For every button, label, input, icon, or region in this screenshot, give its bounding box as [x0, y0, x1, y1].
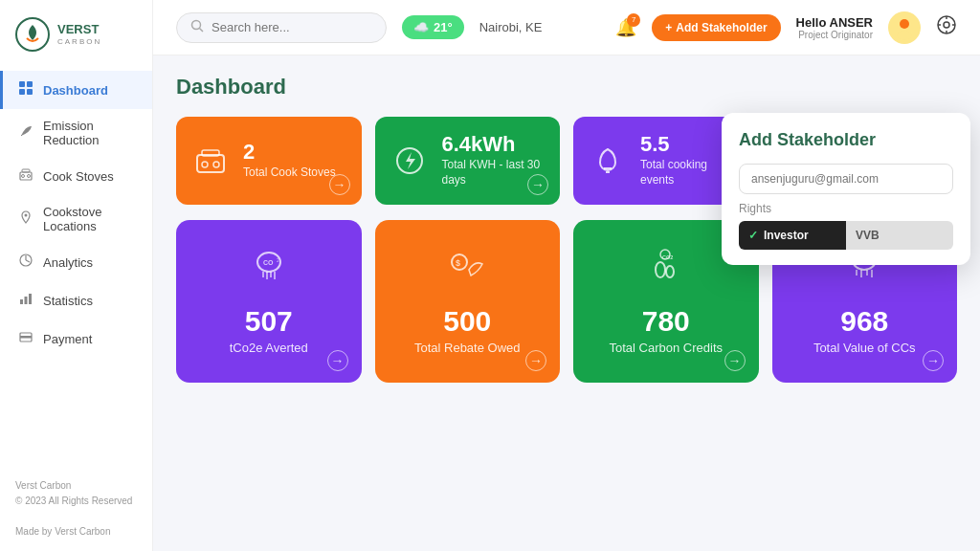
- svg-line-17: [200, 28, 204, 32]
- rebate-label: Total Rebate Owed: [414, 341, 521, 355]
- sidebar-label-payment: Payment: [43, 332, 92, 346]
- payment-icon: [18, 329, 33, 348]
- cook-stoves-value: 2: [243, 142, 346, 163]
- svg-text:CO: CO: [263, 259, 274, 266]
- svg-rect-2: [27, 81, 33, 87]
- cook-stoves-arrow[interactable]: →: [329, 174, 350, 195]
- app-sub: CARBON: [57, 37, 101, 46]
- add-stakeholder-modal: Add Stakeholder Rights ✓ Investor VVB: [722, 113, 970, 265]
- svg-rect-13: [29, 294, 32, 304]
- stove-card-icon: [191, 143, 230, 178]
- tco2e-label: tCo2e Averted: [230, 341, 308, 355]
- svg-point-6: [22, 175, 25, 178]
- made-by: Made by Verst Carbon: [15, 524, 137, 540]
- analytics-icon: [18, 253, 33, 272]
- svg-rect-4: [27, 89, 33, 95]
- search-icon: [190, 19, 204, 36]
- svg-point-21: [944, 22, 949, 28]
- copyright: © 2023 All Rights Reserved: [15, 494, 137, 509]
- vvb-label: VVB: [856, 229, 880, 242]
- header: ☁️ 21° Nairobi, KE 🔔 7 + Add Stakeholder…: [153, 0, 980, 55]
- leaf-icon: [18, 123, 33, 143]
- page-title: Dashboard: [176, 75, 957, 99]
- sidebar-item-cook-stoves[interactable]: Cook Stoves: [0, 157, 152, 195]
- tco2e-value: 507: [245, 307, 293, 336]
- kwh-value: 6.4kWh: [442, 134, 546, 155]
- sidebar-footer: Verst Carbon © 2023 All Rights Reserved …: [0, 467, 152, 551]
- big-card-tco2e: CO 2 507 tCo2e Averted →: [176, 220, 362, 383]
- svg-point-44: [666, 266, 674, 277]
- modal-title: Add Stakeholder: [739, 130, 953, 150]
- svg-point-18: [900, 19, 909, 29]
- rights-vvb[interactable]: VVB: [846, 221, 953, 250]
- sidebar-item-dashboard[interactable]: Dashboard: [0, 71, 152, 109]
- svg-point-16: [192, 20, 201, 29]
- search-input[interactable]: [212, 20, 365, 34]
- sidebar-item-emission-reduction[interactable]: Emission Reduction: [0, 109, 152, 157]
- add-stakeholder-button[interactable]: + Add Stakeholder: [652, 14, 780, 41]
- rights-label: Rights: [739, 202, 953, 215]
- svg-rect-1: [19, 81, 25, 87]
- sidebar-item-statistics[interactable]: Statistics: [0, 281, 152, 320]
- logo-icon: [15, 17, 50, 52]
- notification-badge: 7: [627, 13, 640, 27]
- sidebar-label-analytics: Analytics: [43, 255, 93, 270]
- svg-rect-15: [20, 336, 32, 339]
- sidebar-label-statistics: Statistics: [43, 294, 93, 308]
- plus-icon: +: [665, 21, 672, 34]
- page-content: Dashboard 2 Total Cook Stoves →: [153, 55, 980, 551]
- value-ccs-label: Total Value of CCs: [813, 341, 916, 355]
- sidebar-nav: Dashboard Emission Reduction Cook Stoves…: [0, 61, 152, 467]
- sidebar-item-payment[interactable]: Payment: [0, 320, 152, 358]
- kwh-arrow[interactable]: →: [527, 174, 548, 195]
- weather-badge: ☁️ 21°: [402, 15, 464, 39]
- svg-text:$: $: [456, 258, 460, 268]
- stakeholder-email-input[interactable]: [739, 164, 953, 194]
- svg-rect-8: [22, 169, 30, 172]
- sidebar-item-locations[interactable]: Cookstove Locations: [0, 195, 152, 243]
- notification-button[interactable]: 🔔 7: [615, 17, 636, 38]
- footprint-icon: CO2: [643, 243, 689, 298]
- svg-point-9: [25, 214, 28, 217]
- tco2e-arrow[interactable]: →: [327, 350, 348, 371]
- svg-point-28: [202, 162, 208, 167]
- carbon-label: Total Carbon Credits: [610, 341, 724, 355]
- sidebar: VERST CARBON Dashboard Emission Reductio…: [0, 0, 153, 551]
- rights-investor[interactable]: ✓ Investor: [739, 221, 846, 250]
- rebate-value: 500: [443, 307, 491, 336]
- location-icon: [18, 209, 33, 229]
- location-label: Nairobi, KE: [479, 20, 543, 34]
- svg-point-19: [897, 31, 912, 40]
- value-ccs-value: 968: [840, 307, 888, 336]
- svg-rect-11: [20, 299, 23, 304]
- avatar: [888, 11, 921, 44]
- app-name: VERST: [57, 23, 101, 36]
- rebate-icon: $: [444, 243, 490, 298]
- main-content: ☁️ 21° Nairobi, KE 🔔 7 + Add Stakeholder…: [153, 0, 980, 551]
- settings-button[interactable]: [936, 14, 957, 40]
- stove-icon: [18, 166, 33, 186]
- add-stakeholder-label: Add Stakeholder: [676, 21, 767, 34]
- cloud-icon: ☁️: [413, 20, 429, 34]
- search-bar[interactable]: [176, 12, 387, 43]
- user-role: Project Originator: [798, 30, 873, 40]
- rights-options: ✓ Investor VVB: [739, 221, 953, 250]
- svg-point-7: [28, 175, 31, 178]
- svg-point-43: [656, 262, 665, 277]
- kwh-card-icon: [390, 143, 429, 178]
- svg-point-29: [213, 162, 219, 167]
- events-card-icon: [589, 143, 627, 178]
- company-name: Verst Carbon: [15, 478, 137, 494]
- carbon-arrow[interactable]: →: [724, 350, 746, 371]
- stat-card-kwh: 6.4kWh Total KWH - last 30 days →: [375, 117, 561, 205]
- co2-icon: CO 2: [246, 243, 292, 298]
- weather-temp: 21°: [434, 20, 453, 34]
- grid-icon: [18, 80, 33, 99]
- rebate-arrow[interactable]: →: [525, 350, 546, 371]
- user-info: Hello ANSER Project Originator: [796, 15, 873, 40]
- svg-rect-26: [197, 155, 224, 172]
- value-ccs-arrow[interactable]: →: [923, 350, 944, 371]
- sidebar-label-stoves: Cook Stoves: [43, 169, 114, 184]
- user-name: Hello ANSER: [796, 15, 873, 30]
- sidebar-item-analytics[interactable]: Analytics: [0, 243, 152, 281]
